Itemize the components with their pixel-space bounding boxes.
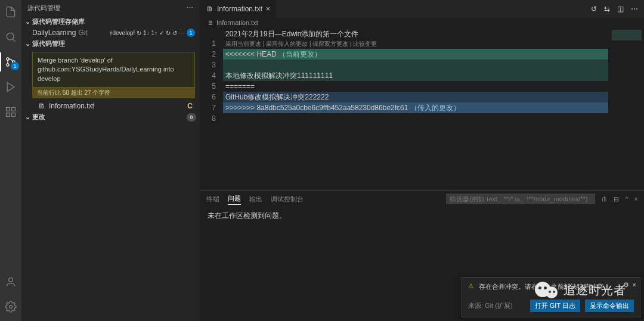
svg-rect-4 (7, 108, 10, 111)
section-scm[interactable]: ⌄ 源代码管理 (21, 38, 200, 49)
open-git-log-button[interactable]: 打开 GIT 日志 (530, 300, 580, 312)
editor-more-icon[interactable]: ⋯ (631, 5, 638, 13)
code-line: 2021年2月19日—Edwin添加的第一个文件 (223, 29, 644, 39)
repo-change-badge: 1 (187, 29, 195, 37)
commit-message-input[interactable]: Merge branch 'develop' of github.com:YSG… (32, 52, 195, 88)
compare-icon[interactable]: ⇆ (604, 5, 610, 13)
scm-badge: 1 (11, 62, 19, 70)
code-line (223, 113, 644, 124)
section-repos-label: 源代码管理存储库 (32, 17, 85, 26)
conflict-separator: ======= (223, 81, 644, 92)
section-repos[interactable]: ⌄ 源代码管理存储库 (21, 16, 200, 27)
notification-source: 来源: Git (扩展) (468, 301, 525, 310)
svg-rect-5 (12, 108, 16, 111)
panel-tab-problems[interactable]: 问题 (228, 193, 241, 205)
extensions-icon[interactable] (4, 105, 18, 119)
show-output-button[interactable]: 显示命令输出 (585, 300, 634, 312)
editor-tabs: 🗎 Information.txt × ↺ ⇆ ◫ ⋯ (200, 0, 644, 18)
compare-link[interactable]: 比较变更 (353, 40, 377, 47)
run-debug-icon[interactable] (4, 80, 18, 94)
explorer-icon[interactable] (4, 5, 18, 19)
panel-tabs: 终端 问题 输出 调试控制台 ⫛ ⊟ ^ × (200, 191, 644, 207)
code-line: 本地修改模拟解决冲突111111111 (223, 70, 644, 81)
settings-gear-icon[interactable] (4, 300, 18, 314)
panel-close-icon[interactable]: × (634, 195, 638, 202)
notification-toast: ⚙ × ⚠ 存在合并冲突。请在提交之前解决这些冲突。 来源: Git (扩展) … (462, 277, 640, 317)
conflict-codelens: 采用当前更改 | 采用传入的更改 | 保留双方更改 | 比较变更 (223, 39, 644, 49)
history-icon[interactable]: ↺ (172, 30, 177, 36)
search-icon[interactable] (4, 30, 18, 44)
merge-file-name: Information.txt (49, 102, 94, 110)
warning-icon: ⚠ (468, 282, 474, 290)
editor-area[interactable]: 1 2 3 4 5 6 7 8 2021年2月19日—Edwin添加的第一个文件… (200, 27, 644, 190)
svg-point-2 (7, 64, 9, 66)
close-icon[interactable]: × (266, 5, 270, 13)
merge-file-status: C (187, 102, 195, 110)
panel-tab-terminal[interactable]: 终端 (206, 194, 219, 205)
line-gutter: 1 2 3 4 5 6 7 8 (200, 27, 223, 190)
timeline-icon[interactable]: ↺ (591, 5, 597, 13)
svg-point-1 (7, 58, 9, 60)
sidebar-more-icon[interactable]: ⋯ (187, 4, 194, 12)
panel-tab-debug[interactable]: 调试控制台 (271, 194, 304, 205)
branch-indicator[interactable]: ᚼ develop! (109, 30, 135, 36)
repo-actions: ᚼ develop! ↻ 1↓ 1↑ ✓ ↻ ↺ ⋯ 1 (109, 29, 196, 37)
svg-point-9 (10, 306, 13, 308)
code-line (223, 60, 644, 70)
problems-filter-input[interactable] (446, 194, 595, 204)
refresh-icon[interactable]: ↻ (166, 30, 171, 36)
chevron-down-icon: ⌄ (25, 113, 32, 121)
breadcrumb-file: Information.txt (216, 19, 258, 26)
breadcrumb[interactable]: 🗎 Information.txt (200, 18, 644, 27)
chevron-down-icon: ⌄ (25, 40, 32, 48)
code-line: GitHub修改模拟解决冲突222222 (223, 92, 644, 102)
notification-close-icon[interactable]: × (633, 281, 636, 289)
section-changes-label: 更改 (32, 113, 45, 121)
file-icon: 🗎 (206, 5, 213, 13)
svg-rect-6 (7, 113, 10, 117)
merge-file-row[interactable]: 🗎 Information.txt C (21, 101, 200, 111)
sync-indicator[interactable]: ↻ 1↓ 1↑ (137, 30, 157, 36)
conflict-head-marker: <<<<<<< HEAD （当前更改） (223, 49, 644, 60)
filter-icon[interactable]: ⫛ (601, 195, 608, 202)
chevron-down-icon: ⌄ (25, 18, 32, 26)
tab-actions: ↺ ⇆ ◫ ⋯ (585, 5, 644, 13)
conflict-incoming-marker: >>>>>>> 8a8dbc525a0cbe6c9ffb452aa58230d8… (223, 102, 644, 113)
accept-incoming-link[interactable]: 采用传入的更改 (266, 40, 308, 47)
split-editor-icon[interactable]: ◫ (617, 5, 624, 13)
notification-gear-icon[interactable]: ⚙ (623, 281, 629, 289)
file-icon: 🗎 (38, 102, 45, 110)
notification-message: 存在合并冲突。请在提交之前解决这些冲突。 (479, 282, 610, 291)
sidebar-title-row: 源代码管理 ⋯ (21, 0, 200, 16)
changes-count: 0 (187, 113, 196, 121)
tab-label: Information.txt (217, 5, 262, 13)
repo-name: DailyLearning (32, 29, 76, 37)
main: 🗎 Information.txt × ↺ ⇆ ◫ ⋯ 🗎 Informatio… (200, 0, 644, 321)
clear-icon[interactable]: ⊟ (614, 195, 619, 203)
minimap[interactable] (608, 27, 644, 190)
section-changes[interactable]: ⌄ 更改 0 (21, 111, 200, 123)
svg-rect-7 (12, 113, 16, 117)
sidebar-title: 源代码管理 (27, 4, 60, 13)
svg-point-0 (7, 33, 14, 40)
svg-point-8 (9, 278, 13, 282)
code-content[interactable]: 2021年2月19日—Edwin添加的第一个文件 采用当前更改 | 采用传入的更… (223, 27, 644, 190)
repo-row[interactable]: DailyLearning Git ᚼ develop! ↻ 1↓ 1↑ ✓ ↻… (21, 27, 200, 38)
file-icon: 🗎 (208, 19, 214, 26)
sidebar: 源代码管理 ⋯ ⌄ 源代码管理存储库 DailyLearning Git ᚼ d… (21, 0, 200, 321)
activity-bar: 1 (0, 0, 21, 321)
accept-both-link[interactable]: 保留双方更改 (312, 40, 348, 47)
repo-more-icon[interactable]: ⋯ (179, 30, 185, 36)
section-scm-label: 源代码管理 (32, 39, 65, 48)
source-control-icon[interactable]: 1 (4, 55, 18, 69)
account-icon[interactable] (4, 275, 18, 289)
panel-maximize-icon[interactable]: ^ (625, 195, 628, 202)
accept-current-link[interactable]: 采用当前更改 (225, 40, 261, 47)
tab-information-txt[interactable]: 🗎 Information.txt × (200, 0, 277, 18)
commit-check-icon[interactable]: ✓ (159, 30, 164, 36)
repo-vcs: Git (78, 29, 87, 37)
commit-message-warning: 当前行比 50 超出 27 个字符 (32, 88, 195, 98)
panel-tab-output[interactable]: 输出 (249, 194, 262, 205)
